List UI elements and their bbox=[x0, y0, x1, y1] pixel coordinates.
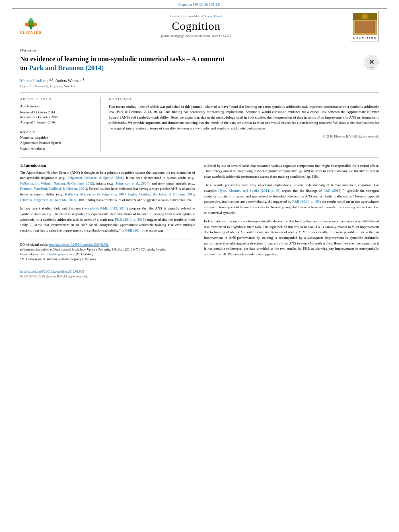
article-info-abstract-section: ARTICLE INFO Article history: Received 1… bbox=[20, 92, 379, 152]
journal-citation-bar: Cognition 150 (2016) 243–251 bbox=[0, 0, 399, 8]
elsevier-tree-icon bbox=[23, 18, 39, 30]
email-link[interactable]: marcus.lindskog@psyk.uu.se bbox=[40, 253, 75, 256]
article-history-label: Article history: bbox=[20, 104, 95, 108]
body-col-right: widened by use of several tasks that mea… bbox=[204, 163, 379, 262]
paper-container: Discussion No evidence of learning in no… bbox=[20, 44, 379, 266]
ref-pb2013-b[interactable]: P&B (2013) bbox=[323, 189, 341, 193]
body-para-4: These results potentially have very impo… bbox=[204, 183, 379, 216]
elsevier-logo-area: ELSEVIER bbox=[20, 11, 42, 41]
journal-title-area: Contents lists available at ScienceDirec… bbox=[50, 11, 343, 41]
copyright-line: © 2016 Elsevier B.V. All rights reserved… bbox=[109, 134, 379, 138]
ref-feigenson2[interactable]: Feigenson et al., 2004 bbox=[116, 181, 148, 185]
section-divider bbox=[20, 157, 379, 158]
section-label: Discussion bbox=[20, 48, 379, 52]
journal-homepage: journal homepage: www.elsevier.com/locat… bbox=[161, 34, 231, 38]
received-date: Received 1 October 2014 bbox=[20, 110, 95, 115]
ref-libertus[interactable]: Libertus, Feigenson, & Halberda, 2011 bbox=[20, 198, 75, 202]
paper-title-block: No evidence of learning in non-symbolic … bbox=[20, 55, 355, 74]
keyword-2: Approximate Number System bbox=[20, 140, 95, 146]
authors-line: Marcus Lindskog ⁎,1, Anders Winman 1 bbox=[20, 77, 379, 83]
keyword-3: Cognitive training bbox=[20, 146, 95, 152]
ref-halberda[interactable]: Halberda, Ly, Wilmer, Naiman, & Germine,… bbox=[20, 181, 93, 185]
ref-pb2013-p2015[interactable]: P&B (2013, p. 2015) bbox=[115, 218, 146, 222]
ref-pb2013-2014[interactable]: henceforth P&B, 2013, 2014 bbox=[83, 206, 126, 210]
bottom-links-section: http://dx.doi.org/10.1016/j.cognition.20… bbox=[20, 270, 379, 278]
crossmark-icon: ✕ CrossMark bbox=[364, 55, 379, 70]
footnote1: ¹ M. Lindskog and A. Winman contributed … bbox=[20, 257, 195, 262]
intro-heading: 1. Introduction bbox=[20, 163, 195, 168]
revised-date: Revised 27 December 2015 bbox=[20, 115, 95, 120]
svg-point-3 bbox=[29, 18, 33, 21]
title-row: No evidence of learning in non-symbolic … bbox=[20, 55, 379, 74]
svg-point-5 bbox=[33, 23, 37, 26]
body-col-left: 1. Introduction The Approximate Number S… bbox=[20, 163, 195, 262]
issn-bottom: 0010-0277/© 2016 Elsevier B.V. All right… bbox=[20, 275, 88, 278]
body-para-5: In both studies, the main conclusions cr… bbox=[204, 219, 379, 257]
email-footnote: E-mail address: marcus.lindskog@psyk.uu.… bbox=[20, 252, 195, 257]
cognition-badge-image bbox=[353, 13, 377, 35]
abstract-title: ABSTRACT bbox=[109, 97, 379, 101]
paper-title: No evidence of learning in non-symbolic … bbox=[20, 55, 355, 72]
keywords-section: Keywords: Numerical cognition Approximat… bbox=[20, 130, 95, 152]
affiliation: Uppsala University, Uppsala, Sweden bbox=[20, 84, 379, 88]
accepted-date: Accepted 7 January 2016 bbox=[20, 120, 95, 125]
ref-brannon[interactable]: Brannon, Wusthoff, Gallistel, & Gibbon, … bbox=[20, 187, 86, 191]
cognition-cover-art bbox=[353, 13, 377, 35]
body-para-2: In two recent studies Park and Brannon (… bbox=[20, 206, 195, 233]
abstract-text: Two recent studies – one of which was pu… bbox=[109, 104, 379, 131]
svg-point-8 bbox=[362, 14, 368, 19]
crossmark-area: ✕ CrossMark bbox=[360, 55, 379, 71]
svg-point-4 bbox=[25, 23, 29, 26]
cognition-badge: COGNITION bbox=[351, 11, 379, 41]
svg-text:CrossMark: CrossMark bbox=[367, 67, 376, 69]
doi-footnote-link[interactable]: http://dx.doi.org/10.1016/j.cognition.20… bbox=[49, 243, 109, 246]
body-section: 1. Introduction The Approximate Number S… bbox=[20, 163, 379, 262]
elsevier-logo: ELSEVIER bbox=[20, 18, 42, 35]
park-brannon-link[interactable]: Park and Brannon (2014) bbox=[29, 64, 104, 72]
keyword-1: Numerical cognition bbox=[20, 135, 95, 141]
ref-halberda2[interactable]: Halberda, Mazzocco, & Feigenson, 2008 bbox=[65, 192, 125, 196]
cognition-badge-label: COGNITION bbox=[353, 36, 377, 39]
doi-bottom-link[interactable]: http://dx.doi.org/10.1016/j.cognition.20… bbox=[20, 270, 379, 273]
body-para-1: The Approximate Number System (ANS) is t… bbox=[20, 170, 195, 203]
ref-pb2014-p199[interactable]: P&B (2014, p. 199) bbox=[292, 199, 321, 203]
footnotes-section: DOI of original article: http://dx.doi.o… bbox=[20, 240, 195, 262]
sciencedirect-line: Contents lists available at ScienceDirec… bbox=[170, 14, 222, 18]
doi-footnote: DOI of original article: http://dx.doi.o… bbox=[20, 242, 195, 247]
ref-pb2014[interactable]: P&B (2014) bbox=[125, 228, 143, 232]
elsevier-wordmark: ELSEVIER bbox=[20, 31, 42, 35]
cognition-badge-area: COGNITION bbox=[351, 11, 379, 41]
article-info-title: ARTICLE INFO bbox=[20, 97, 95, 101]
abstract-column: ABSTRACT Two recent studies – one of whi… bbox=[109, 97, 379, 152]
ref-hyde[interactable]: Hyde, Khanum, and Spelke (2014, p. 93) bbox=[218, 189, 280, 193]
corresponding-footnote: ⁎ Corresponding author at: Department of… bbox=[20, 247, 195, 252]
author1-link[interactable]: Marcus Lindskog bbox=[20, 79, 49, 83]
journal-citation: Cognition 150 (2016) 243–251 bbox=[178, 2, 221, 6]
keywords-label: Keywords: bbox=[20, 130, 95, 134]
sciencedirect-link[interactable]: ScienceDirect bbox=[204, 14, 222, 18]
article-info-column: ARTICLE INFO Article history: Received 1… bbox=[20, 97, 101, 152]
journal-header: ELSEVIER Contents lists available at Sci… bbox=[12, 8, 387, 44]
journal-title: Cognition bbox=[172, 20, 220, 33]
svg-text:✕: ✕ bbox=[369, 59, 374, 66]
ref-inglis[interactable]: Inglis, Attridge, Batchelor, & Gilmore, … bbox=[128, 192, 194, 196]
body-para-3: widened by use of several tasks that mea… bbox=[204, 163, 379, 180]
ref-feigenson[interactable]: Feigenson, Dehaene, & Spelke, 2004 bbox=[68, 176, 123, 180]
